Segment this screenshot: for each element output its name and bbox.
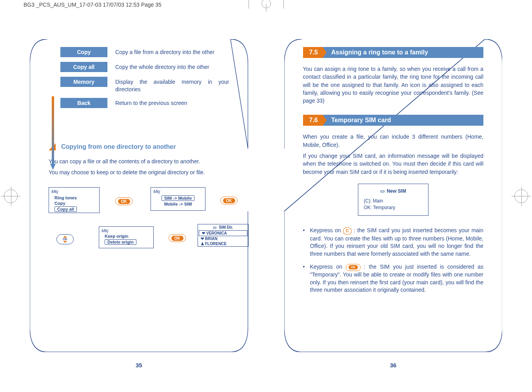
bullet-item: • Keypress on OK : the SIM you just inse…: [303, 263, 484, 294]
mkj-icon: Mkj: [153, 189, 160, 194]
defn-label: Copy: [60, 47, 107, 57]
body-para: If you change your SIM card, an informat…: [303, 152, 484, 176]
defn-label: Back: [60, 98, 107, 108]
section-bar-7-6: 7.6 Temporary SIM card: [303, 115, 484, 126]
ok-button[interactable]: OK: [169, 234, 186, 242]
crop-mark-right: [514, 189, 528, 203]
screen-line-selected: Copy all: [54, 206, 77, 212]
c-key-icon: C: [343, 227, 352, 235]
contact-name: BRIAN: [205, 237, 218, 241]
heart-icon: ❤: [201, 231, 206, 235]
new-sim-popup: ▭New SIM {C}: Main OK: Temporary: [358, 184, 429, 216]
crop-mark-left: [4, 189, 18, 203]
ok-button[interactable]: OK: [115, 197, 133, 205]
section-heading-copying: Copying from one directory to another: [49, 143, 229, 150]
body-para: You may choose to keep or to delete the …: [49, 168, 229, 176]
mini-screen-ringtones: Mkj Ring tones Copy Copy all: [49, 187, 100, 213]
contact-name: FLORENCE: [205, 242, 227, 246]
mini-screen-simmobile: Mkj SIM -> Mobile Mobile -> SIM: [151, 187, 205, 211]
sim-icon: ▭: [380, 188, 385, 194]
section-title: Assigning a ring tone to a family: [323, 47, 483, 58]
screen-line: Ring tones: [54, 195, 96, 200]
screen-line-selected: Delete origin: [105, 239, 136, 245]
bullet-lead: Keypress on: [310, 264, 346, 270]
crop-mark-top: [249, 0, 284, 9]
heart-icon: ❤: [200, 237, 205, 241]
screen-title: SIM Dir.: [219, 225, 233, 229]
page-number-right: 36: [274, 362, 513, 369]
popup-line: OK: Temporary: [364, 204, 423, 211]
ok-button[interactable]: OK: [220, 197, 238, 204]
defn-row-memory: Memory Display the available memory in y…: [60, 77, 229, 93]
arrow-down-icon: [63, 241, 67, 243]
contact-name: VERONICA: [206, 231, 227, 235]
bullet-dot: •: [303, 227, 310, 258]
popup-line: {C}: Main: [364, 198, 423, 204]
section-bar-7-5: 7.5 Assigning a ring tone to a family: [303, 47, 484, 58]
mini-screen-simdir: ▭ SIM Dir. ❤VERONICA ❤BRIAN ♟FLORENCE: [198, 224, 249, 247]
bullet-dot: •: [303, 263, 310, 294]
section-title: Temporary SIM card: [323, 115, 483, 126]
defn-text: Return to the previous screen: [115, 98, 229, 107]
down-arrow-icon: [50, 96, 56, 171]
body-para: You can assign a ring tone to a family, …: [303, 65, 484, 105]
body-para: When you create a file, you can include …: [303, 133, 484, 149]
page-left: Copy Copy a file from a directory into t…: [20, 16, 258, 384]
defn-row-copyall: Copy all Copy the whole directory into t…: [60, 62, 229, 72]
ok-key-icon: OK: [346, 264, 361, 271]
sim-icon: ▭: [213, 225, 216, 229]
defn-label: Copy all: [60, 62, 107, 72]
svg-marker-1: [50, 164, 56, 170]
popup-title: New SIM: [387, 188, 406, 194]
screen-line-selected: SIM -> Mobile: [162, 195, 195, 201]
ok-label: OK: [63, 238, 67, 241]
up-down-button[interactable]: OK: [56, 234, 74, 244]
svg-rect-0: [52, 96, 54, 164]
bullet-lead: Keypress on: [310, 227, 343, 233]
defn-text: Display the available memory in your dir…: [115, 77, 229, 93]
page-spread: Copy Copy a file from a directory into t…: [20, 16, 512, 384]
mkj-icon: Mkj: [51, 189, 58, 194]
defn-row-back: Back Return to the previous screen: [60, 98, 229, 108]
page-right: 7.5 Assigning a ring tone to a family Yo…: [274, 16, 513, 384]
defn-row-copy: Copy Copy a file from a directory into t…: [60, 47, 229, 57]
person-icon: ♟: [200, 242, 205, 246]
section-heading-text: Copying from one directory to another: [61, 143, 176, 150]
page-number-left: 35: [20, 362, 258, 369]
defn-label: Memory: [60, 77, 107, 87]
mkj-icon: Mkj: [102, 228, 108, 233]
mini-screen-keeporigin: Mkj Keep origin Delete origin: [99, 226, 154, 248]
defn-text: Copy a file from a directory into the ot…: [115, 47, 229, 56]
body-para: You can copy a file or all the contents …: [49, 157, 229, 165]
bullet-item: • Keypress on C : the SIM card you just …: [303, 227, 484, 258]
screen-line: Mobile -> SIM: [154, 202, 202, 206]
screen-line: Copy: [54, 201, 96, 206]
section-number: 7.6: [303, 115, 323, 126]
screen-line: Keep origin: [105, 234, 150, 238]
defn-text: Copy the whole directory into the other: [115, 62, 229, 71]
screens-diagram: Mkj Ring tones Copy Copy all OK Mkj SIM …: [49, 187, 229, 281]
section-number: 7.5: [303, 47, 323, 58]
